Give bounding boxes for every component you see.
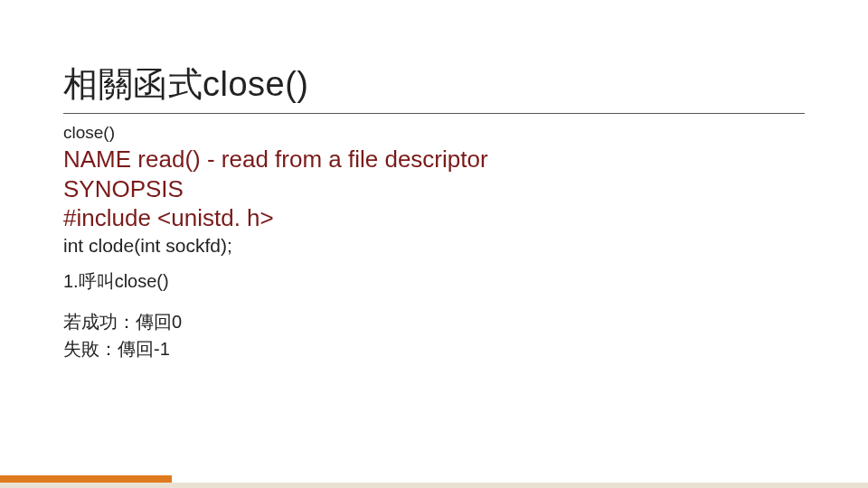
man-name-line: NAME read() - read from a file descripto… bbox=[63, 145, 805, 174]
slide-body: close() NAME read() - read from a file d… bbox=[63, 123, 805, 362]
prototype-line: int clode(int sockfd); bbox=[63, 235, 805, 257]
footer-orange-bar bbox=[0, 475, 172, 483]
slide: 相關函式close() close() NAME read() - read f… bbox=[0, 0, 868, 488]
result-failure: 失敗：傳回-1 bbox=[63, 335, 805, 362]
title-latin: close() bbox=[203, 65, 309, 103]
result-success: 若成功：傳回0 bbox=[63, 308, 805, 335]
slide-title: 相關函式close() bbox=[63, 61, 805, 114]
subtitle: close() bbox=[63, 123, 805, 143]
footer-beige-bar bbox=[0, 483, 868, 488]
result-block: 若成功：傳回0 失敗：傳回-1 bbox=[63, 308, 805, 362]
title-cjk: 相關函式 bbox=[63, 65, 203, 103]
manpage-block: NAME read() - read from a file descripto… bbox=[63, 145, 805, 233]
man-synopsis-line: SYNOPSIS bbox=[63, 174, 805, 204]
call-note: 1.呼叫close() bbox=[63, 269, 805, 294]
footer-decoration bbox=[0, 475, 868, 488]
man-include-line: #include <unistd. h> bbox=[63, 203, 805, 233]
